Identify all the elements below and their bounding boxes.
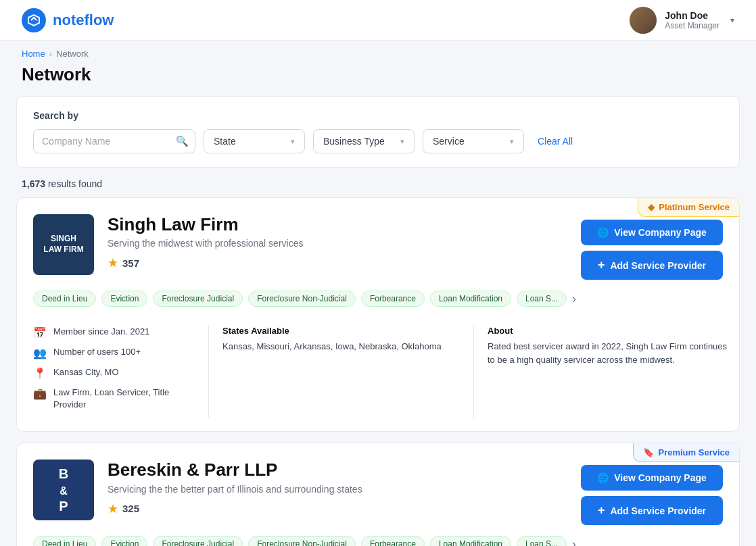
about-value-singh: Rated best servicer award in 2022, Singh… (488, 340, 728, 366)
add-service-provider-button-bereskin[interactable]: + Add Service Provider (581, 496, 723, 525)
tags-more-button-bereskin[interactable]: › (572, 537, 576, 546)
service-chevron-icon: ▾ (510, 137, 514, 146)
plus-icon-bereskin: + (598, 503, 605, 518)
states-value-singh: Kansas, Missouri, Arkansas, Iowa, Nebras… (222, 340, 463, 353)
company-name-singh: Singh Law Firm (108, 214, 567, 235)
business-type-chevron-icon: ▾ (400, 137, 404, 146)
platinum-badge-icon: ◆ (648, 202, 655, 212)
company-logo-singh: SINGHLAW FIRM (33, 214, 94, 275)
platinum-badge: ◆ Platinum Service (638, 198, 739, 217)
search-label: Search by (33, 110, 723, 121)
users-text-singh: Number of users 100+ (53, 346, 141, 358)
cards-area: ◆ Platinum Service SINGHLAW FIRM Singh L… (0, 195, 756, 546)
results-suffix: results found (48, 178, 102, 189)
add-service-provider-button-singh[interactable]: + Add Service Provider (581, 251, 723, 280)
users-icon-singh: 👥 (33, 347, 47, 359)
breadcrumb-separator: › (49, 49, 52, 59)
company-info-bereskin: Bereskin & Parr LLP Servicing the the be… (108, 460, 567, 516)
tag-loan-modification-bereskin: Loan Modification (430, 536, 511, 546)
user-menu-chevron-icon: ▾ (730, 16, 734, 25)
user-name: John Doe (665, 10, 719, 21)
premium-badge-label: Premium Service (658, 447, 730, 457)
breadcrumb: Home › Network (0, 41, 756, 61)
tag-forbearance-bereskin: Forbearance (361, 536, 425, 546)
company-info-singh: Singh Law Firm Serving the midwest with … (108, 214, 567, 270)
user-info: John Doe Asset Manager (665, 10, 719, 30)
tag-foreclosure-nonjudicial-singh: Foreclosure Non-Judicial (248, 291, 356, 307)
tag-foreclosure-judicial-bereskin: Foreclosure Judicial (153, 536, 243, 546)
tag-loan-s-singh: Loan S... (517, 291, 567, 307)
rating-singh: 357 (122, 257, 139, 269)
tag-foreclosure-judicial-singh: Foreclosure Judicial (153, 291, 243, 307)
avatar (630, 7, 657, 34)
card-actions-singh: 🌐 View Company Page + Add Service Provid… (581, 220, 723, 280)
tags-row-bereskin: Deed in Lieu Eviction Foreclosure Judici… (17, 525, 739, 546)
logo-area[interactable]: noteflow (22, 8, 114, 32)
service-dropdown[interactable]: Service ▾ (423, 129, 524, 153)
rating-row-bereskin: ★ 325 (108, 501, 567, 516)
tags-more-button-singh[interactable]: › (572, 292, 576, 306)
breadcrumb-home-link[interactable]: Home (22, 49, 45, 59)
rating-bereskin: 325 (122, 503, 139, 514)
business-type-text-singh: Law Firm, Loan Servicer, Title Provider (53, 387, 197, 411)
star-icon-bereskin: ★ (108, 501, 118, 516)
company-name-input-wrap: 🔍 (33, 129, 195, 153)
location-icon-singh: 📍 (33, 367, 47, 380)
state-dropdown-label: State (214, 136, 236, 147)
card-actions-bereskin: 🌐 View Company Page + Add Service Provid… (581, 465, 723, 525)
state-dropdown[interactable]: State ▾ (204, 129, 305, 153)
company-name-bereskin: Bereskin & Parr LLP (108, 460, 567, 480)
results-count: 1,673 results found (0, 168, 756, 195)
plus-icon-singh: + (598, 258, 605, 272)
user-role: Asset Manager (665, 21, 719, 30)
platinum-badge-label: Platinum Service (659, 202, 730, 212)
company-card-singh: ◆ Platinum Service SINGHLAW FIRM Singh L… (16, 197, 740, 432)
rating-row-singh: ★ 357 (108, 255, 567, 270)
premium-badge: 🔖 Premium Service (633, 443, 739, 462)
search-icon: 🔍 (176, 135, 189, 147)
tag-eviction-bereskin: Eviction (101, 536, 147, 546)
detail-member-since-singh: 📅 Member since Jan. 2021 (33, 326, 197, 339)
company-logo-bereskin: B&P (33, 460, 94, 520)
view-company-button-singh[interactable]: 🌐 View Company Page (581, 220, 723, 245)
company-name-input[interactable] (33, 129, 195, 153)
details-col-mid-singh: States Available Kansas, Missouri, Arkan… (209, 326, 474, 418)
detail-users-singh: 👥 Number of users 100+ (33, 346, 197, 359)
card-top-bereskin: B&P Bereskin & Parr LLP Servicing the th… (17, 443, 739, 525)
clear-all-button[interactable]: Clear All (538, 136, 573, 147)
business-type-dropdown-label: Business Type (323, 136, 385, 147)
states-label-singh: States Available (222, 326, 463, 336)
globe-icon-bereskin: 🌐 (597, 472, 609, 483)
location-text-singh: Kansas City, MO (53, 366, 119, 378)
tag-deed-in-lieu-singh: Deed in Lieu (33, 291, 96, 307)
company-tagline-bereskin: Servicing the the better part of Illinoi… (108, 484, 567, 495)
view-company-button-bereskin[interactable]: 🌐 View Company Page (581, 465, 723, 491)
tags-row-singh: Deed in Lieu Eviction Foreclosure Judici… (17, 280, 739, 307)
state-dropdown-chevron-icon: ▾ (291, 137, 295, 146)
tag-forbearance-singh: Forbearance (361, 291, 425, 307)
tag-eviction-singh: Eviction (101, 291, 147, 307)
breadcrumb-current: Network (56, 49, 89, 59)
globe-icon-singh: 🌐 (597, 227, 609, 238)
avatar-image (630, 7, 657, 34)
member-since-text-singh: Member since Jan. 2021 (53, 326, 149, 338)
business-type-dropdown[interactable]: Business Type ▾ (313, 129, 415, 153)
search-row: 🔍 State ▾ Business Type ▾ Service ▾ Clea… (33, 129, 723, 153)
search-panel: Search by 🔍 State ▾ Business Type ▾ Serv… (16, 96, 740, 168)
company-card-bereskin: 🔖 Premium Service B&P Bereskin & Parr LL… (16, 443, 740, 546)
card-top-singh: SINGHLAW FIRM Singh Law Firm Serving the… (17, 198, 739, 280)
detail-location-singh: 📍 Kansas City, MO (33, 366, 197, 380)
logo-text: noteflow (53, 11, 114, 29)
star-icon-singh: ★ (108, 255, 118, 270)
tag-loan-s-bereskin: Loan S... (517, 536, 567, 546)
about-label-singh: About (488, 326, 728, 336)
tag-deed-in-lieu-bereskin: Deed in Lieu (33, 536, 96, 546)
details-col-left-singh: 📅 Member since Jan. 2021 👥 Number of use… (33, 326, 209, 418)
user-menu[interactable]: John Doe Asset Manager ▾ (630, 7, 734, 34)
details-col-right-singh: About Rated best servicer award in 2022,… (474, 326, 739, 418)
details-row-singh: 📅 Member since Jan. 2021 👥 Number of use… (17, 315, 739, 431)
results-number: 1,673 (22, 178, 45, 189)
service-dropdown-label: Service (433, 136, 465, 147)
briefcase-icon-singh: 💼 (33, 387, 47, 400)
calendar-icon-singh: 📅 (33, 326, 47, 339)
